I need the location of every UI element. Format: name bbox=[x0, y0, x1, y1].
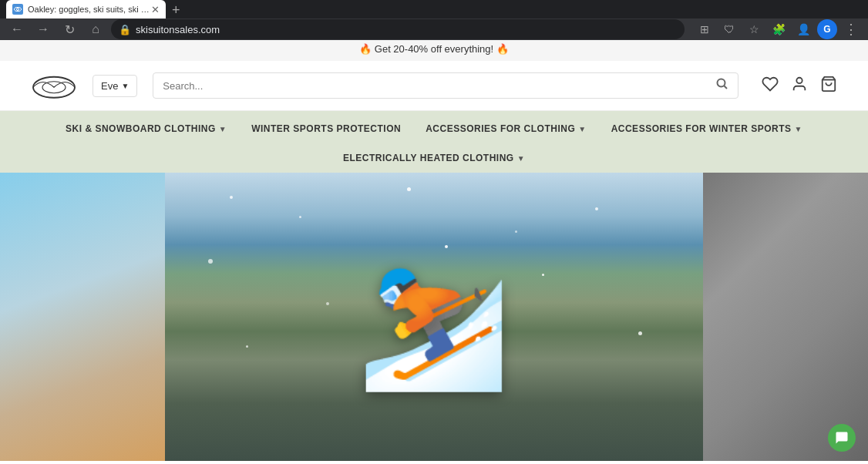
shield-icon[interactable]: 🛡 bbox=[718, 18, 740, 40]
account-icon[interactable]: 👤 bbox=[792, 18, 814, 40]
svg-point-5 bbox=[718, 79, 725, 87]
chat-button[interactable] bbox=[828, 424, 856, 452]
announcement-text: 🔥 Get 20-40% off everything! 🔥 bbox=[359, 43, 509, 55]
nav-item-accessories-clothing[interactable]: ACCESSORIES FOR CLOTHING ▼ bbox=[413, 111, 598, 146]
search-button[interactable] bbox=[716, 78, 728, 93]
profile-button[interactable]: G bbox=[817, 19, 837, 39]
new-tab-button[interactable]: + bbox=[169, 2, 183, 18]
browser-menu-button[interactable]: ⋮ bbox=[840, 18, 862, 40]
back-button[interactable]: ← bbox=[6, 18, 28, 40]
hero-image-right[interactable] bbox=[703, 173, 868, 461]
category-label: Eve bbox=[101, 80, 118, 92]
site-header: Eve ▼ bbox=[0, 61, 868, 111]
bookmark-icon[interactable]: ☆ bbox=[743, 18, 765, 40]
translate-icon[interactable]: ⊞ bbox=[694, 18, 715, 40]
nav-chevron-icon-2: ▼ bbox=[578, 125, 586, 133]
url-text: skisuitonsales.com bbox=[136, 24, 220, 35]
address-bar[interactable]: 🔒 skisuitonsales.com bbox=[111, 19, 685, 39]
site-navigation: SKI & SNOWBOARD CLOTHING ▼ WINTER SPORTS… bbox=[0, 111, 868, 146]
announcement-bar: 🔥 Get 20-40% off everything! 🔥 bbox=[0, 37, 868, 61]
nav-item-accessories-winter-sports[interactable]: ACCESSORIES FOR WINTER SPORTS ▼ bbox=[599, 111, 815, 146]
forward-button[interactable]: → bbox=[32, 18, 54, 40]
search-bar-container bbox=[153, 72, 738, 99]
tab-title: Oakley: goggles, ski suits, ski p... bbox=[28, 5, 151, 14]
category-dropdown[interactable]: Eve ▼ bbox=[93, 75, 137, 97]
nav-item-ski-snowboard-clothing[interactable]: SKI & SNOWBOARD CLOTHING ▼ bbox=[53, 111, 239, 146]
nav-chevron-icon-3: ▼ bbox=[794, 125, 802, 133]
nav-item-winter-sports-protection[interactable]: WINTER SPORTS PROTECTION bbox=[239, 111, 413, 146]
secure-icon: 🔒 bbox=[119, 24, 131, 35]
cart-button[interactable] bbox=[820, 76, 837, 96]
nav-chevron-icon-heated: ▼ bbox=[517, 154, 525, 163]
dropdown-chevron-icon: ▼ bbox=[121, 82, 129, 90]
svg-point-1 bbox=[17, 8, 19, 11]
site-logo[interactable] bbox=[31, 70, 77, 101]
hero-image-center[interactable]: ⛷️ bbox=[165, 173, 703, 461]
website-content: 🔥 Get 20-40% off everything! 🔥 Eve ▼ bbox=[0, 37, 868, 464]
home-button[interactable]: ⌂ bbox=[85, 18, 106, 40]
tab-favicon bbox=[12, 4, 23, 15]
svg-line-6 bbox=[725, 86, 728, 89]
reload-button[interactable]: ↻ bbox=[59, 18, 80, 40]
tab-close-button[interactable]: ✕ bbox=[151, 4, 160, 15]
nav-item-heated-clothing[interactable]: ELECTRICALLY HEATED CLOTHING ▼ bbox=[331, 146, 537, 170]
svg-point-7 bbox=[796, 77, 802, 82]
hero-image-left[interactable] bbox=[0, 173, 165, 461]
search-input[interactable] bbox=[163, 80, 710, 92]
nav-chevron-icon-0: ▼ bbox=[219, 125, 227, 133]
extensions-icon[interactable]: 🧩 bbox=[768, 18, 789, 40]
header-icons bbox=[762, 76, 837, 96]
account-button[interactable] bbox=[791, 76, 808, 96]
hero-section: ⛷️ bbox=[0, 173, 868, 461]
site-navigation-row2: ELECTRICALLY HEATED CLOTHING ▼ bbox=[0, 146, 868, 173]
browser-tab[interactable]: Oakley: goggles, ski suits, ski p... ✕ bbox=[6, 0, 166, 18]
wishlist-button[interactable] bbox=[762, 76, 779, 96]
browser-window: Oakley: goggles, ski suits, ski p... ✕ +… bbox=[0, 0, 868, 464]
